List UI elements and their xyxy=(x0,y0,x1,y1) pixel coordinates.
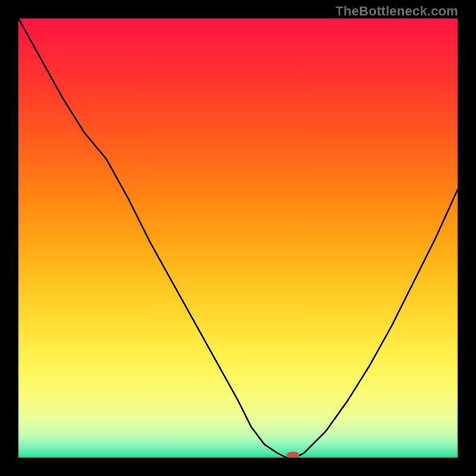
plot-area xyxy=(18,18,458,458)
svg-rect-0 xyxy=(287,452,299,458)
optimum-marker xyxy=(18,18,458,458)
watermark-text: TheBottleneck.com xyxy=(336,4,458,19)
chart-stage: TheBottleneck.com xyxy=(0,0,476,476)
